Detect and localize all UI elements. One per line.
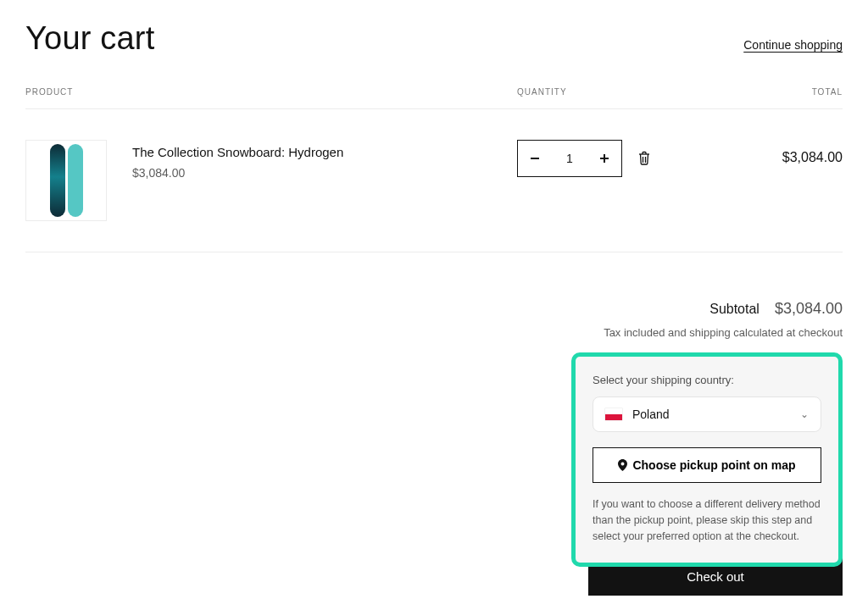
quantity-increase-button[interactable] xyxy=(587,141,621,176)
map-pin-icon xyxy=(618,459,627,471)
tax-shipping-note: Tax included and shipping calculated at … xyxy=(25,326,843,339)
svg-rect-2 xyxy=(600,158,609,159)
chevron-down-icon: ⌄ xyxy=(800,408,809,420)
flag-poland-icon xyxy=(605,408,622,420)
shipping-country-widget: Select your shipping country: Poland ⌄ C… xyxy=(571,352,843,567)
snowboard-graphic xyxy=(68,144,83,217)
line-item-total: $3,084.00 xyxy=(687,140,843,165)
cart-table-header: PRODUCT QUANTITY TOTAL xyxy=(25,87,843,109)
remove-item-button[interactable] xyxy=(637,151,651,166)
minus-icon xyxy=(531,158,539,159)
column-product: PRODUCT xyxy=(25,87,517,97)
cart-item-row: The Collection Snowboard: Hydrogen $3,08… xyxy=(25,109,843,252)
choose-pickup-point-button[interactable]: Choose pickup point on map xyxy=(593,447,821,483)
quantity-decrease-button[interactable] xyxy=(518,141,552,176)
column-quantity: QUANTITY xyxy=(517,87,687,97)
product-unit-price: $3,084.00 xyxy=(132,166,343,180)
plus-icon xyxy=(600,154,609,163)
page-title: Your cart xyxy=(25,20,154,57)
shipping-country-label: Select your shipping country: xyxy=(593,374,821,386)
shipping-country-value: Poland xyxy=(632,408,790,421)
product-title: The Collection Snowboard: Hydrogen xyxy=(132,145,343,159)
pickup-button-label: Choose pickup point on map xyxy=(632,458,795,472)
quantity-stepper: 1 xyxy=(517,140,622,177)
subtotal-label: Subtotal xyxy=(709,302,760,317)
quantity-value: 1 xyxy=(552,152,587,165)
column-total: TOTAL xyxy=(687,87,843,97)
subtotal-value: $3,084.00 xyxy=(775,300,843,318)
trash-icon xyxy=(637,151,651,166)
continue-shopping-link[interactable]: Continue shopping xyxy=(743,38,843,52)
shipping-country-select[interactable]: Poland ⌄ xyxy=(593,396,821,432)
svg-rect-0 xyxy=(531,158,539,159)
shipping-method-note: If you want to choose a different delive… xyxy=(593,496,821,544)
snowboard-graphic xyxy=(50,144,65,217)
product-image xyxy=(25,140,107,221)
